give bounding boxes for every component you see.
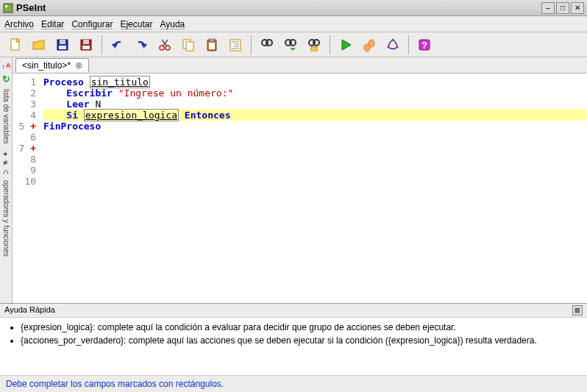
titlebar: PSeInt – □ ✕ [0,0,587,16]
help-item: {acciones_por_verdadero}: complete aquí … [21,335,580,346]
tab-label: <sin_titulo>* [22,60,71,71]
left-sidebar: ↕A ↻ lista de variables +≠∩ operadores y… [0,57,13,303]
copy-icon[interactable] [179,35,198,54]
editor-area: <sin_titulo>* ⊗ 1 2 3 4 5 +6 7 +8 9 10 P… [13,57,587,303]
variables-icon[interactable]: ↕A [0,60,12,72]
operators-icon[interactable]: +≠∩ [3,149,9,176]
maximize-button[interactable]: □ [556,2,569,14]
left-label-operators[interactable]: operadores y funciones [2,180,10,257]
help-body: {expresion_logica}: complete aquí la con… [0,318,587,375]
menubar: Archivo Editar Configurar Ejecutar Ayuda [0,16,587,32]
svg-point-10 [166,46,170,50]
help-item: {expresion_logica}: complete aquí la con… [21,322,580,332]
line-gutter: 1 2 3 4 5 +6 7 +8 9 10 [13,74,40,303]
paste-icon[interactable] [202,35,221,54]
flowchart-icon[interactable] [383,35,402,54]
save-icon[interactable] [53,35,72,54]
svg-rect-17 [209,43,215,49]
svg-rect-7 [83,40,89,44]
svg-text:?: ? [421,40,427,51]
window-title: PSeInt [16,2,541,13]
svg-rect-18 [230,40,241,51]
svg-text:↕: ↕ [1,63,5,71]
menu-archivo[interactable]: Archivo [4,19,34,29]
svg-point-33 [392,38,394,40]
svg-rect-16 [210,39,214,41]
file-tab[interactable]: <sin_titulo>* ⊗ [15,58,89,72]
cut-icon[interactable] [155,35,174,54]
green-arrow-icon: ↻ [2,74,10,85]
svg-rect-0 [4,4,13,13]
toolbar: ? [0,32,587,57]
svg-rect-30 [311,47,317,51]
menu-editar[interactable]: Editar [41,19,64,29]
svg-point-9 [160,46,164,50]
help-title: Ayuda Rápida [4,305,55,316]
undo-icon[interactable] [108,35,127,54]
svg-rect-5 [59,46,66,49]
close-button[interactable]: ✕ [571,2,584,14]
statusbar: Debe completar los campos marcados con r… [0,375,587,392]
new-file-icon[interactable] [6,35,25,54]
help-panel: Ayuda Rápida ⊠ {expresion_logica}: compl… [0,303,587,375]
menu-ejecutar[interactable]: Ejecutar [120,19,152,29]
run-icon[interactable] [336,35,355,54]
svg-point-32 [369,40,374,47]
svg-rect-14 [186,42,193,51]
step-icon[interactable] [360,35,379,54]
svg-text:A: A [6,62,11,69]
svg-rect-8 [82,46,90,49]
help-close-icon[interactable]: ⊠ [572,305,583,316]
code-body[interactable]: Proceso sin_titulo Escribir "Ingrese un … [40,74,587,303]
left-label-variables[interactable]: lista de variables [2,89,10,143]
tab-close-icon[interactable]: ⊗ [75,60,82,71]
help-icon[interactable]: ? [415,35,434,54]
app-icon [3,3,13,13]
menu-configurar[interactable]: Configurar [71,19,113,29]
menu-ayuda[interactable]: Ayuda [160,19,185,29]
svg-rect-1 [5,5,7,7]
minimize-button[interactable]: – [541,2,555,14]
replace-icon[interactable] [305,35,324,54]
find-next-icon[interactable] [281,35,300,54]
tab-bar: <sin_titulo>* ⊗ [13,57,587,74]
save-as-icon[interactable] [77,35,96,54]
svg-point-35 [396,46,399,48]
redo-icon[interactable] [132,35,151,54]
indent-icon[interactable] [226,35,245,54]
open-file-icon[interactable] [29,35,49,54]
find-icon[interactable] [257,35,277,54]
code-editor[interactable]: 1 2 3 4 5 +6 7 +8 9 10 Proceso sin_titul… [13,74,587,303]
svg-point-34 [388,46,390,48]
svg-rect-4 [60,40,65,44]
